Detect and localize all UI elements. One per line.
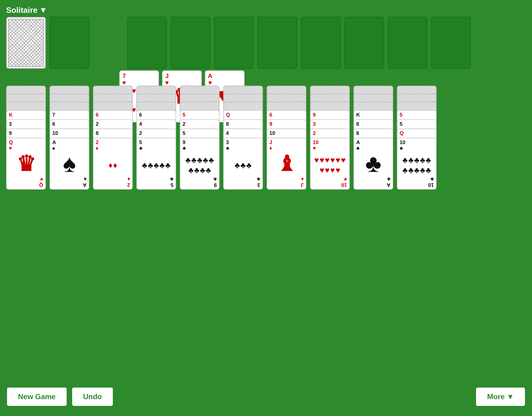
tableau-col-2: 6♦2♣8♣2♦♦♦2♦ xyxy=(93,86,133,193)
foundation-3 xyxy=(214,17,254,69)
foundation-7 xyxy=(388,17,427,69)
face-up-card-col0-3[interactable]: Q♥♛Q♥ xyxy=(6,138,46,190)
face-up-card-col1-3[interactable]: A♠♠A♠ xyxy=(50,138,89,190)
tableau-col-0: K♦3♣9♣Q♥♛Q♥ xyxy=(6,86,46,193)
foundation-5 xyxy=(301,17,341,69)
face-up-card-col4-3[interactable]: 9♣♣♣♣♣♣♣♣♣♣9♣ xyxy=(180,138,220,190)
face-up-card-col7-3[interactable]: 10♥♥♥♥♥♥♥♥♥♥♥10♥ xyxy=(310,138,350,190)
tableau-col-7: 9♦3♦2♦10♥♥♥♥♥♥♥♥♥♥♥10♥ xyxy=(310,86,350,193)
waste-placeholder xyxy=(50,17,89,69)
foundation-2 xyxy=(171,17,210,69)
foundation-6 xyxy=(344,17,384,69)
tableau-col-3: 6♣4♣2♣5♣♣♣♣♣♣5♣ xyxy=(136,86,176,193)
face-up-card-col9-3[interactable]: 10♣♣♣♣♣♣♣♣♣♣♣10♣ xyxy=(397,138,437,190)
face-up-card-col5-3[interactable]: 3♣♣♣♣3♣ xyxy=(223,138,263,190)
tableau: K♦3♣9♣Q♥♛Q♥7♣6♣10♣A♠♠A♠6♦2♣8♣2♦♦♦2♦6♣4♣2… xyxy=(6,86,526,193)
face-up-card-col8-3[interactable]: A♣♣A♣ xyxy=(353,138,393,190)
bottom-bar: New Game Undo More ▼ xyxy=(6,387,526,407)
header-dropdown-arrow[interactable]: ▼ xyxy=(39,6,47,15)
stock-hatch xyxy=(8,19,44,67)
face-up-card-col6-3[interactable]: J♦♝J♦ xyxy=(267,138,306,190)
left-buttons: New Game Undo xyxy=(6,387,114,407)
face-up-card-col3-3[interactable]: 5♣♣♣♣♣♣5♣ xyxy=(136,138,176,190)
stock-pile[interactable] xyxy=(6,17,46,69)
new-game-button[interactable]: New Game xyxy=(6,387,68,407)
face-up-card-col2-3[interactable]: 2♦♦♦2♦ xyxy=(93,138,133,190)
foundation-4 xyxy=(257,17,297,69)
tableau-col-6: 6♥9♥10♣J♦♝J♦ xyxy=(267,86,306,193)
foundation-8 xyxy=(431,17,471,69)
more-button[interactable]: More ▼ xyxy=(475,387,526,407)
app-title: Solitaire xyxy=(6,6,38,15)
top-area xyxy=(6,17,526,69)
tableau-col-5: Q♦8♣4♣3♣♣♣♣3♣ xyxy=(223,86,263,193)
tableau-col-4: 5♦2♣5♣9♣♣♣♣♣♣♣♣♣♣9♣ xyxy=(180,86,220,193)
app-header: Solitaire ▼ xyxy=(6,6,47,15)
tableau-col-8: K♣8♣8♣A♣♣A♣ xyxy=(353,86,393,193)
tableau-col-9: 5♥5♣Q♥10♣♣♣♣♣♣♣♣♣♣♣10♣ xyxy=(397,86,437,193)
undo-button[interactable]: Undo xyxy=(71,387,114,407)
foundation-1 xyxy=(127,17,167,69)
tableau-col-1: 7♣6♣10♣A♠♠A♠ xyxy=(50,86,89,193)
